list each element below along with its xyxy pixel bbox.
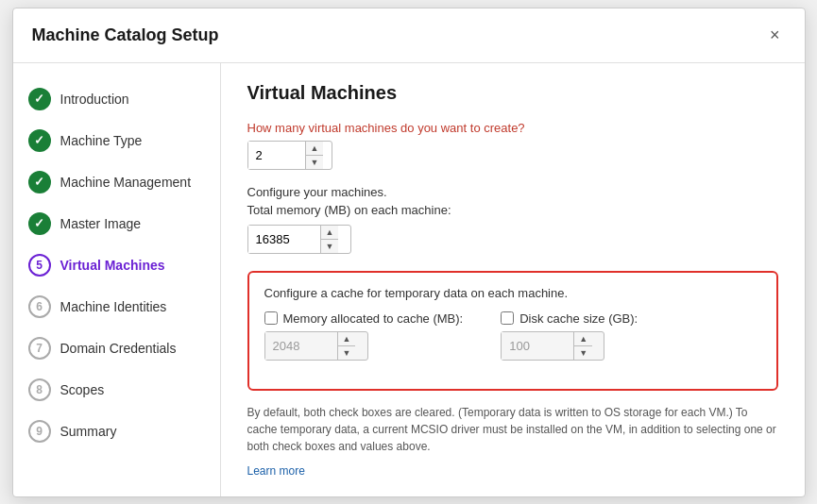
memory-cache-checkbox[interactable] bbox=[264, 311, 278, 325]
cache-box-title: Configure a cache for temporary data on … bbox=[264, 286, 761, 300]
memory-down[interactable]: ▼ bbox=[321, 240, 339, 253]
step-icon-machine-identities: 6 bbox=[28, 295, 51, 318]
step-icon-summary: 9 bbox=[28, 420, 51, 443]
sidebar-item-label-virtual-machines: Virtual Machines bbox=[60, 258, 165, 273]
sidebar-item-machine-identities[interactable]: 6Machine Identities bbox=[13, 286, 220, 328]
sidebar: IntroductionMachine TypeMachine Manageme… bbox=[13, 63, 221, 496]
sidebar-item-label-summary: Summary bbox=[60, 424, 117, 439]
main-content: Virtual Machines How many virtual machin… bbox=[221, 63, 805, 496]
sidebar-item-label-domain-credentials: Domain Credentials bbox=[60, 341, 177, 356]
section-title: Virtual Machines bbox=[247, 82, 778, 104]
cache-box: Configure a cache for temporary data on … bbox=[247, 271, 778, 391]
step-icon-master-image bbox=[28, 212, 51, 235]
sidebar-item-virtual-machines[interactable]: 5Virtual Machines bbox=[13, 244, 220, 286]
memory-label: Total memory (MB) on each machine: bbox=[247, 203, 778, 217]
vm-count-down[interactable]: ▼ bbox=[306, 156, 324, 169]
memory-cache-label: Memory allocated to cache (MB): bbox=[283, 311, 464, 326]
close-button[interactable]: × bbox=[764, 24, 786, 47]
step-icon-machine-type bbox=[28, 129, 51, 152]
dialog: Machine Catalog Setup × IntroductionMach… bbox=[12, 8, 806, 497]
disk-cache-up[interactable]: ▲ bbox=[574, 332, 592, 346]
disk-cache-down[interactable]: ▼ bbox=[574, 346, 592, 360]
memory-input[interactable] bbox=[248, 226, 320, 253]
memory-up[interactable]: ▲ bbox=[321, 226, 339, 240]
disk-cache-spinner[interactable]: ▲ ▼ bbox=[501, 331, 604, 361]
disk-cache-spinner-buttons: ▲ ▼ bbox=[573, 332, 592, 360]
memory-cache-field: Memory allocated to cache (MB): ▲ ▼ bbox=[264, 311, 464, 376]
sidebar-item-scopes[interactable]: 8Scopes bbox=[13, 369, 220, 411]
memory-cache-spinner[interactable]: ▲ ▼ bbox=[264, 331, 368, 361]
vm-count-input[interactable] bbox=[248, 142, 305, 169]
sidebar-item-master-image[interactable]: Master Image bbox=[13, 203, 220, 244]
step-icon-scopes: 8 bbox=[28, 378, 51, 401]
memory-cache-up[interactable]: ▲ bbox=[338, 332, 356, 346]
sidebar-item-machine-management[interactable]: Machine Management bbox=[13, 161, 220, 203]
memory-cache-input[interactable] bbox=[265, 332, 337, 360]
sidebar-item-introduction[interactable]: Introduction bbox=[13, 78, 220, 120]
vm-count-up[interactable]: ▲ bbox=[306, 142, 324, 156]
sidebar-item-label-machine-type: Machine Type bbox=[60, 133, 143, 148]
memory-cache-spinner-buttons: ▲ ▼ bbox=[337, 332, 356, 360]
check-icon bbox=[34, 92, 44, 106]
sidebar-item-domain-credentials[interactable]: 7Domain Credentials bbox=[13, 328, 220, 369]
disk-cache-label-row: Disk cache size (GB): bbox=[501, 311, 638, 326]
vm-count-label: How many virtual machines do you want to… bbox=[247, 121, 778, 135]
sidebar-item-summary[interactable]: 9Summary bbox=[13, 411, 220, 452]
dialog-title: Machine Catalog Setup bbox=[32, 25, 219, 45]
dialog-body: IntroductionMachine TypeMachine Manageme… bbox=[13, 63, 805, 496]
configure-label: Configure your machines. bbox=[247, 185, 778, 199]
memory-cache-down[interactable]: ▼ bbox=[338, 346, 356, 360]
disk-cache-label: Disk cache size (GB): bbox=[519, 311, 638, 326]
cache-fields: Memory allocated to cache (MB): ▲ ▼ bbox=[264, 311, 761, 376]
disk-cache-field: Disk cache size (GB): ▲ ▼ bbox=[501, 311, 638, 376]
disk-cache-input[interactable] bbox=[502, 332, 573, 360]
step-icon-machine-management bbox=[28, 171, 51, 193]
check-icon bbox=[34, 216, 44, 230]
memory-spinner-buttons: ▲ ▼ bbox=[320, 226, 339, 253]
step-icon-virtual-machines: 5 bbox=[28, 254, 51, 277]
sidebar-item-label-machine-management: Machine Management bbox=[60, 175, 192, 190]
check-icon bbox=[34, 133, 44, 147]
memory-cache-label-row: Memory allocated to cache (MB): bbox=[264, 311, 464, 326]
sidebar-item-label-introduction: Introduction bbox=[60, 92, 129, 107]
step-icon-introduction bbox=[28, 88, 51, 110]
vm-count-spinner-buttons: ▲ ▼ bbox=[305, 142, 324, 169]
sidebar-item-machine-type[interactable]: Machine Type bbox=[13, 120, 220, 161]
memory-spinner[interactable]: ▲ ▼ bbox=[247, 225, 351, 254]
footer-note: By default, both check boxes are cleared… bbox=[247, 404, 778, 455]
sidebar-item-label-machine-identities: Machine Identities bbox=[60, 299, 167, 314]
step-icon-domain-credentials: 7 bbox=[28, 337, 51, 360]
disk-cache-checkbox[interactable] bbox=[501, 311, 514, 325]
dialog-header: Machine Catalog Setup × bbox=[13, 8, 805, 63]
learn-more-link[interactable]: Learn more bbox=[247, 464, 305, 478]
vm-count-spinner[interactable]: ▲ ▼ bbox=[247, 141, 332, 170]
check-icon bbox=[34, 175, 44, 189]
sidebar-item-label-scopes: Scopes bbox=[60, 382, 105, 397]
sidebar-item-label-master-image: Master Image bbox=[60, 216, 142, 231]
